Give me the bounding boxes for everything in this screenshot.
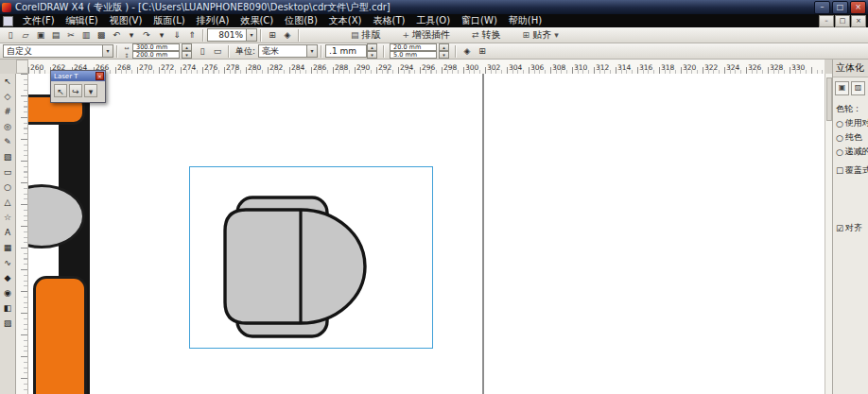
eyedropper-tool-icon[interactable]: ◆ <box>1 270 15 285</box>
portrait-orientation-button[interactable]: ▯ <box>195 44 210 59</box>
enhanced-plugins-button[interactable]: + 增强插件 <box>398 28 459 43</box>
units-value[interactable]: 毫米 <box>258 44 307 58</box>
crop-tool-icon[interactable]: # <box>1 104 15 119</box>
units-combo[interactable]: 毫米 ▾ <box>258 44 318 58</box>
application-launcher-icon[interactable]: ⊞ <box>265 28 280 43</box>
duplicate-spin-up[interactable]: ▴ <box>439 43 449 51</box>
redo-icon[interactable]: ↷ <box>139 28 154 43</box>
laser-path-icon[interactable]: ↪ <box>69 84 82 97</box>
paper-width-field[interactable]: 300.0 mm <box>132 43 180 51</box>
overlay-fill-checkbox[interactable]: ☐ 覆盖式填充 <box>833 163 868 178</box>
nudge-spin-up[interactable]: ▴ <box>367 43 377 51</box>
vertical-scrollbar[interactable] <box>825 74 832 394</box>
undo-dropdown-icon[interactable]: ▾ <box>124 28 139 43</box>
window-close-button[interactable]: × <box>850 1 866 14</box>
horizontal-ruler[interactable]: 2602622642662682702722742762782802822842… <box>28 60 825 75</box>
menu-layout[interactable]: 版面(L) <box>148 14 190 27</box>
radio-icon[interactable]: ○ <box>836 147 843 157</box>
layout-plugin-button[interactable]: ▤ 排版 <box>346 28 389 43</box>
orange-block-object[interactable] <box>33 276 87 394</box>
d-shape[interactable] <box>225 210 365 323</box>
zoom-tool-icon[interactable]: ◎ <box>1 119 15 134</box>
window-maximize-button[interactable]: □ <box>832 1 848 14</box>
paper-height-field[interactable]: 200.0 mm <box>132 51 180 59</box>
checkbox-icon[interactable]: ☐ <box>836 166 843 176</box>
import-icon[interactable]: ⇓ <box>169 28 184 43</box>
zoom-level-value[interactable]: 801% <box>207 28 247 42</box>
close-icon[interactable]: × <box>95 72 104 80</box>
duplicate-spin-down[interactable]: ▾ <box>439 51 449 59</box>
color-wheel-icon[interactable]: ▣ <box>835 81 849 95</box>
floating-toolbar-titlebar[interactable]: Laser T × <box>51 71 105 81</box>
copy-icon[interactable]: ▥ <box>78 28 94 43</box>
laser-floating-toolbar[interactable]: Laser T × ↖↪▾ <box>50 70 106 103</box>
document-close-button[interactable]: × <box>851 15 866 27</box>
zoom-level-combo[interactable]: 801% ▾ <box>207 28 257 42</box>
menu-edit[interactable]: 编辑(E) <box>61 14 104 27</box>
menu-window[interactable]: 窗口(W) <box>456 14 503 27</box>
convert-button[interactable]: ⇄ 转换 <box>467 28 509 43</box>
new-document-icon[interactable]: ▯ <box>3 28 18 43</box>
interactive-fill-tool-icon[interactable]: ▨ <box>1 316 15 331</box>
rectangle-tool-icon[interactable]: ▭ <box>1 164 15 180</box>
ruler-origin-corner[interactable] <box>16 60 28 74</box>
mouse-shape-artwork[interactable] <box>208 182 378 352</box>
table-tool-icon[interactable]: ▦ <box>1 240 15 255</box>
polygon-tool-icon[interactable]: △ <box>1 195 15 210</box>
outline-pen-tool-icon[interactable]: ◉ <box>1 285 15 300</box>
paper-size-spin-down[interactable]: ▾ <box>182 51 192 59</box>
window-minimize-button[interactable]: – <box>814 1 830 14</box>
radio-icon[interactable]: ○ <box>836 133 843 143</box>
color-shade-icon[interactable]: ▨ <box>851 81 865 95</box>
menu-tools[interactable]: 工具(O) <box>410 14 456 27</box>
redo-dropdown-icon[interactable]: ▾ <box>154 28 169 43</box>
menu-arrange[interactable]: 排列(A) <box>191 14 235 27</box>
nudge-settings-icon[interactable]: ◈ <box>460 44 475 59</box>
menu-help[interactable]: 帮助(H) <box>503 14 547 27</box>
document-restore-button[interactable]: □ <box>835 15 850 27</box>
freehand-tool-icon[interactable]: ✎ <box>1 134 15 149</box>
smart-fill-tool-icon[interactable]: ▧ <box>1 149 15 164</box>
menu-text[interactable]: 文本(X) <box>323 14 368 27</box>
color-option-radio[interactable]: ○ 递减的颜色 <box>833 145 868 159</box>
paper-size-spin-up[interactable]: ▴ <box>182 43 192 51</box>
chevron-down-icon[interactable]: ▾ <box>247 28 257 42</box>
duplicate-distance-x-field[interactable]: 20.0 mm <box>390 43 437 51</box>
landscape-orientation-button[interactable]: ▭ <box>210 44 225 59</box>
color-option-radio[interactable]: ○ 纯色 <box>833 130 868 145</box>
color-option-radio[interactable]: ○ 使用对象填充 <box>833 116 868 130</box>
document-minimize-button[interactable]: – <box>819 15 834 27</box>
open-icon[interactable]: ▱ <box>18 28 33 43</box>
save-icon[interactable]: ▣ <box>33 28 48 43</box>
export-icon[interactable]: ⇑ <box>184 28 200 43</box>
welcome-screen-icon[interactable]: ◈ <box>280 28 295 43</box>
menu-effects[interactable]: 效果(C) <box>234 14 279 27</box>
preset-value[interactable]: 自定义 <box>3 44 103 58</box>
align-checkbox[interactable]: ☑ 对齐 <box>833 221 868 235</box>
snap-options-icon[interactable]: ⊞ <box>475 44 490 59</box>
menu-file[interactable]: 文件(F) <box>17 14 61 27</box>
undo-icon[interactable]: ↶ <box>109 28 124 43</box>
basic-shapes-tool-icon[interactable]: ☆ <box>1 210 15 225</box>
snap-to-button[interactable]: ⊞ 贴齐 ▾ <box>518 28 564 43</box>
laser-dropdown-icon[interactable]: ▾ <box>84 84 97 97</box>
cut-icon[interactable]: ✂ <box>63 28 78 43</box>
paste-icon[interactable]: ▩ <box>94 28 109 43</box>
ellipse-tool-icon[interactable]: ○ <box>1 180 15 195</box>
menu-bitmaps[interactable]: 位图(B) <box>279 14 323 27</box>
menu-view[interactable]: 视图(V) <box>104 14 148 27</box>
fill-tool-icon[interactable]: ◧ <box>1 300 15 316</box>
chevron-down-icon[interactable]: ▾ <box>307 44 318 58</box>
shape-tool-icon[interactable]: ◇ <box>1 89 15 104</box>
radio-icon[interactable]: ○ <box>836 119 843 128</box>
drawing-canvas[interactable] <box>28 74 825 394</box>
pick-tool-icon[interactable]: ↖ <box>1 74 15 89</box>
print-icon[interactable]: ▤ <box>48 28 63 43</box>
nudge-offset-field[interactable]: .1 mm <box>325 44 367 58</box>
interactive-blend-tool-icon[interactable]: ∿ <box>1 255 15 270</box>
vertical-ruler[interactable] <box>16 74 28 394</box>
menu-table[interactable]: 表格(T) <box>368 14 411 27</box>
preset-combo[interactable]: 自定义 ▾ <box>3 44 113 58</box>
duplicate-distance-y-field[interactable]: 5.0 mm <box>390 51 437 59</box>
laser-pick-icon[interactable]: ↖ <box>54 84 67 97</box>
